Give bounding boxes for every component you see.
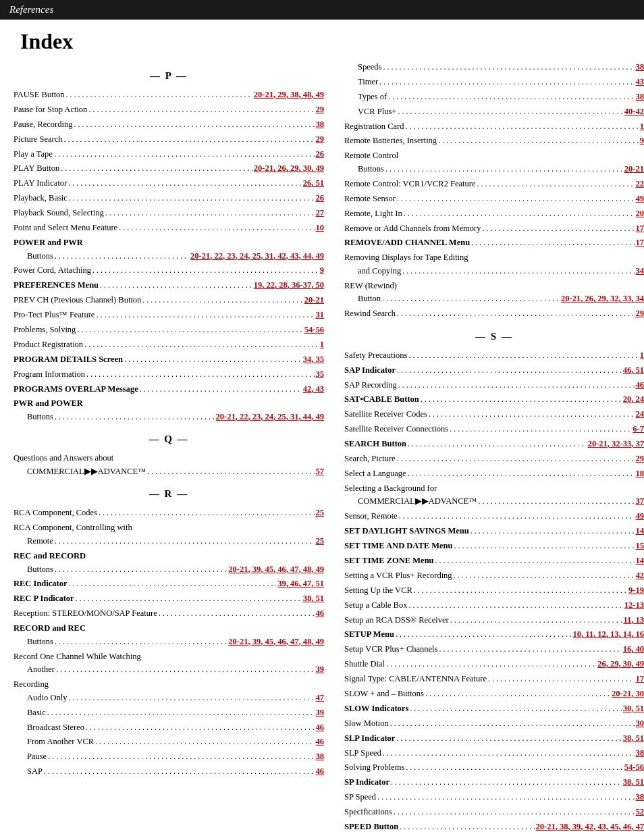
list-item: Satellite Receiver Connections 6-7	[344, 423, 644, 436]
list-item: Solving Problems 54-56	[344, 761, 644, 775]
list-item: PREV CH (Previous Channel) Button 20-21	[14, 294, 324, 307]
list-item: SET TIME AND DATE Menu 15	[344, 540, 644, 553]
list-item: SLP Indicator 38, 51	[344, 732, 644, 746]
list-item: SLP Speed 38	[344, 747, 644, 760]
list-item: Speeds 38	[344, 61, 644, 74]
list-item: Remote Control	[344, 149, 644, 161]
list-item: Remote Batteries, Inserting 9	[344, 134, 644, 148]
list-item: Slow Motion 30	[344, 717, 644, 731]
list-item: Power Cord, Attaching 9	[14, 264, 324, 278]
list-item: Remote Sensor 49	[344, 192, 644, 206]
list-item: Broadcast Stereo 46	[14, 721, 324, 735]
list-item: Safety Precautions 1	[344, 349, 644, 363]
list-item: Button 20-21, 26, 29, 32, 33, 34	[344, 292, 644, 306]
list-item: SP Speed 38	[344, 791, 644, 804]
list-item: Buttons 20-21, 39, 45, 46, 47, 48, 49	[14, 635, 324, 649]
list-item: Signal Type: CABLE/ANTENNA Feature 17	[344, 673, 644, 686]
list-item: Removing Displays for Tape Editing	[344, 251, 644, 263]
list-item: SET TIME ZONE Menu 14	[344, 554, 644, 568]
list-item: SEARCH Button 20-21, 32-33, 37	[344, 438, 644, 451]
list-item: Buttons 20-21, 22, 23, 24, 25, 31, 42, 4…	[14, 250, 324, 263]
list-item: Selecting a Background for	[344, 482, 644, 494]
list-item: SP Indicator 38, 51	[344, 776, 644, 789]
list-item: SLOW + and – Buttons 20-21, 30	[344, 687, 644, 701]
list-item: Setting a VCR Plus+ Recording 42	[344, 569, 644, 583]
list-item: SETUP Menu 10, 11, 12, 13, 14, 16	[344, 628, 644, 642]
list-item: Playback, Basic 26	[14, 192, 324, 205]
list-item: SET DAYLIGHT SAVINGS Menu 14	[344, 525, 644, 538]
list-item: PROGRAMS OVERLAP Message 42, 43	[14, 383, 324, 396]
list-item: Types of 38	[344, 90, 644, 104]
list-item: Registration Card 1	[344, 120, 644, 134]
list-item: SLOW Indicators 30, 51	[344, 702, 644, 716]
list-item: and Copying 34	[344, 265, 644, 278]
list-item: Questions and Answers about	[14, 452, 324, 464]
list-item: POWER and PWR	[14, 236, 324, 249]
list-item: Setup an RCA DSS® Receiver 11, 13	[344, 614, 644, 627]
list-item: Satellite Receiver Codes 24	[344, 408, 644, 421]
r-section-header: — R —	[14, 488, 324, 500]
list-item: Reception: STEREO/MONO/SAP Feature 46	[14, 607, 324, 621]
list-item: Point and Select Menu Feature 10	[14, 221, 324, 235]
page-title: Index	[0, 26, 644, 61]
list-item: Buttons 20-21, 22, 23, 24, 25, 31, 44, 4…	[14, 411, 324, 424]
list-item: Select a Language 18	[344, 467, 644, 481]
list-item: Buttons 20-21	[344, 163, 644, 176]
list-item: Picture Search 29	[14, 133, 324, 147]
list-item: Audio Only 47	[14, 692, 324, 705]
list-item: Play a Tape 26	[14, 148, 324, 161]
list-item: Pause, Recording 38	[14, 118, 324, 132]
list-item: Setting Up the VCR 9-19	[344, 584, 644, 598]
list-item: Timer 43	[344, 76, 644, 89]
list-item: RCA Component, Codes 25	[14, 506, 324, 520]
list-item: SAP Indicator 46, 51	[344, 364, 644, 377]
list-item: Remote 25	[14, 535, 324, 548]
list-item: RCA Component, Controlling with	[14, 521, 324, 533]
list-item: Pause 38	[14, 750, 324, 764]
list-item: Remote, Light In 20	[344, 207, 644, 221]
list-item: Buttons 20-21, 39, 45, 46, 47, 48, 49	[14, 563, 324, 577]
list-item: COMMERCIAL▶▶ADVANCE™ 57	[14, 465, 324, 479]
list-item: Sensor, Remote 49	[344, 510, 644, 523]
list-item: Shuttle Dial 26, 29, 30, 49	[344, 658, 644, 671]
list-item: Problems, Solving 54-56	[14, 323, 324, 337]
header-label: References	[9, 4, 53, 15]
p-section-header: — P —	[14, 70, 324, 82]
list-item: REC Indicator 39, 46, 47, 51	[14, 577, 324, 591]
list-item: REC and RECORD	[14, 550, 324, 562]
list-item: Pro-Tect Plus™ Feature 31	[14, 309, 324, 322]
list-item: PWR and POWER	[14, 397, 324, 409]
list-item: Remote Control: VCR1/VCR2 Feature 22	[344, 178, 644, 191]
list-item: REW (Rewind)	[344, 280, 644, 292]
header-bar: References	[0, 0, 644, 20]
list-item: Rewind Search 29	[344, 307, 644, 321]
list-item: VCR Plus+ 40-42	[344, 105, 644, 119]
list-item: Record One Channel While Watching	[14, 650, 324, 662]
content-area: — P — PAUSE Button 20-21, 29, 38, 48, 49…	[0, 61, 644, 834]
list-item: Program Information 35	[14, 368, 324, 382]
list-item: SAP 46	[14, 765, 324, 779]
list-item: PAUSE Button 20-21, 29, 38, 48, 49	[14, 88, 324, 102]
list-item: Pause for Stop Action 29	[14, 103, 324, 117]
list-item: PROGRAM DETAILS Screen 34, 35	[14, 353, 324, 367]
list-item: Setup a Cable Box 12-13	[344, 599, 644, 613]
list-item: SPEED Button 20-21, 38, 39, 42, 43, 45, …	[344, 820, 644, 834]
left-column: — P — PAUSE Button 20-21, 29, 38, 48, 49…	[14, 61, 338, 834]
list-item: COMMERCIAL▶▶ADVANCE™ 37	[344, 495, 644, 509]
list-item: REC P Indicator 38, 51	[14, 592, 324, 606]
list-item: Remove or Add Channels from Memory 17	[344, 222, 644, 236]
list-item: Search, Picture 29	[344, 452, 644, 466]
list-item: Another 39	[14, 663, 324, 677]
list-item: From Another VCR 46	[14, 735, 324, 749]
list-item: PLAY Indicator 26, 51	[14, 177, 324, 190]
q-section-header: — Q —	[14, 434, 324, 445]
list-item: REMOVE/ADD CHANNEL Menu 17	[344, 236, 644, 250]
right-column: Speeds 38 Timer 43 Types of 38 VCR Plus+…	[338, 61, 644, 834]
list-item: SAT•CABLE Button 20, 24	[344, 393, 644, 407]
list-item: Recording	[14, 678, 324, 690]
list-item: Setup VCR Plus+ Channels 16, 40	[344, 643, 644, 656]
list-item: PLAY Button 20-21, 26, 29, 30, 49	[14, 162, 324, 176]
list-item: Playback Sound, Selecting 27	[14, 207, 324, 220]
list-item: RECORD and REC	[14, 622, 324, 634]
list-item: Product Registration 1	[14, 338, 324, 352]
